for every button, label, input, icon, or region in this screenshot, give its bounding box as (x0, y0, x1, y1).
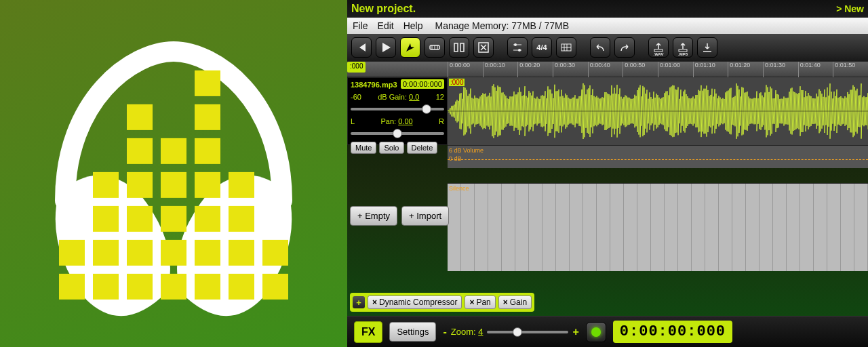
time-signature-button[interactable]: 4/4 (532, 37, 552, 58)
memory-indicator[interactable]: Manage Memory: 77MB / 77MB (435, 20, 569, 31)
ruler-tick: 0:00:50 (623, 62, 645, 78)
delete-tool-button[interactable] (473, 37, 494, 58)
zoom-in-button[interactable]: + (572, 326, 578, 338)
menu-item-file[interactable]: File (353, 20, 368, 31)
timecode-display: 0:00:00:000 (613, 321, 732, 343)
automation-button[interactable] (507, 37, 528, 58)
zoom-out-button[interactable]: - (443, 326, 446, 338)
svg-rect-16 (679, 49, 687, 52)
playhead-marker[interactable]: :000 (347, 62, 366, 73)
ruler-tick: 0:01:20 (728, 62, 750, 78)
pan-left-label: L (351, 117, 355, 125)
record-button[interactable] (586, 322, 606, 342)
solo-button[interactable]: Solo (379, 142, 403, 154)
gain-row: -60 dB Gain: 0.0 12 (351, 93, 444, 101)
volume-zero-line (448, 159, 868, 160)
ruler-tick: 0:01:50 (833, 62, 855, 78)
svg-rect-4 (454, 43, 458, 52)
svg-rect-5 (460, 43, 464, 52)
menu-bar: FileEditHelpManage Memory: 77MB / 77MB (347, 18, 868, 34)
close-icon[interactable]: × (503, 298, 508, 307)
app-logo-panel (0, 0, 347, 347)
ruler-tick: 0:00:10 (483, 62, 505, 78)
delete-track-button[interactable]: Delete (407, 142, 438, 154)
redo-button[interactable] (614, 37, 635, 58)
fx-chip-dynamic-compressor[interactable]: ×Dynamic Compressor (368, 295, 462, 309)
zoom-slider[interactable] (487, 331, 568, 333)
tracks-area: 1384796.mp3 0:00:00:000 -60 dB Gain: 0.0… (347, 77, 868, 316)
ruler-tick: 0:01:30 (763, 62, 785, 78)
add-empty-track-button[interactable]: + Empty (350, 206, 397, 226)
select-tool-button[interactable] (400, 37, 420, 58)
close-icon[interactable]: × (372, 298, 377, 307)
volume-strip-label: 6 dB Volume (449, 147, 484, 154)
export-wav-button[interactable]: .WAV (648, 37, 669, 58)
grid-button[interactable] (556, 37, 576, 58)
ruler-tick: 0:00:30 (553, 62, 575, 78)
rewind-button[interactable] (351, 37, 372, 58)
news-ticker[interactable]: > New (836, 3, 864, 14)
ruler-tick: 0:00:00 (448, 62, 470, 78)
waveform-display[interactable]: :000 (448, 77, 868, 145)
download-button[interactable] (697, 37, 717, 58)
undo-button[interactable] (590, 37, 610, 58)
clip-start-marker: :000 (449, 79, 465, 86)
bottom-bar: FX Settings - Zoom: 4 + 0:00:00:000 (347, 316, 868, 347)
gain-slider[interactable] (351, 108, 444, 110)
svg-point-10 (518, 49, 521, 52)
ruler-tick: 0:01:00 (658, 62, 680, 78)
ruler-tick: 0:01:40 (798, 62, 821, 78)
gain-max-label: 12 (436, 93, 444, 101)
svg-point-8 (514, 43, 517, 46)
timeline-ruler[interactable]: :000 0:00:000:00:100:00:200:00:300:00:40… (347, 61, 868, 77)
export-mp3-button[interactable]: .MP3 (673, 37, 693, 58)
ruler-tick: 0:01:10 (693, 62, 715, 78)
fx-chip-pan[interactable]: ×Pan (465, 295, 495, 309)
close-icon[interactable]: × (469, 298, 474, 307)
menu-item-help[interactable]: Help (403, 20, 423, 31)
silence-label: Silence (449, 185, 469, 192)
fx-panel-button[interactable]: FX (354, 321, 382, 343)
ruler-tick: 0:00:20 (517, 62, 540, 78)
title-bar: New project. > New (347, 0, 868, 18)
record-indicator-icon (591, 327, 601, 337)
add-track-row: + Empty + Import (350, 206, 449, 226)
slice-tool-button[interactable] (425, 37, 445, 58)
pan-row: L Pan: 0.00 R (351, 117, 444, 125)
volume-automation-strip[interactable]: 6 dB Volume 0 dB (448, 145, 868, 168)
zoom-label: Zoom: 4 (451, 327, 484, 337)
equalizer-bars (59, 70, 288, 300)
pan-right-label: R (439, 117, 444, 125)
track-header: 1384796.mp3 0:00:00:000 -60 dB Gain: 0.0… (347, 77, 448, 145)
fx-chips-bar: + ×Dynamic Compressor×Pan×Gain (350, 293, 534, 312)
split-tool-button[interactable] (449, 37, 469, 58)
audio-editor-window: New project. > New FileEditHelpManage Me… (347, 0, 868, 347)
ruler-tick: 0:00:40 (588, 62, 610, 78)
settings-button[interactable]: Settings (389, 322, 436, 342)
fx-chip-gain[interactable]: ×Gain (498, 295, 532, 309)
volume-zero-label: 0 dB (449, 155, 462, 162)
menu-item-edit[interactable]: Edit (378, 20, 394, 31)
silence-strip[interactable]: Silence (448, 183, 868, 271)
import-track-button[interactable]: + Import (401, 206, 449, 226)
play-button[interactable] (376, 37, 396, 58)
gain-min-label: -60 (351, 93, 361, 101)
track-time-display: 0:00:00:000 (401, 79, 444, 89)
project-title: New project. (351, 3, 416, 15)
main-toolbar: 4/4.WAV.MP3 (347, 34, 868, 61)
svg-rect-15 (654, 49, 663, 52)
mute-button[interactable]: Mute (351, 142, 376, 154)
add-fx-button[interactable]: + (353, 296, 365, 308)
pan-slider[interactable] (351, 132, 444, 135)
